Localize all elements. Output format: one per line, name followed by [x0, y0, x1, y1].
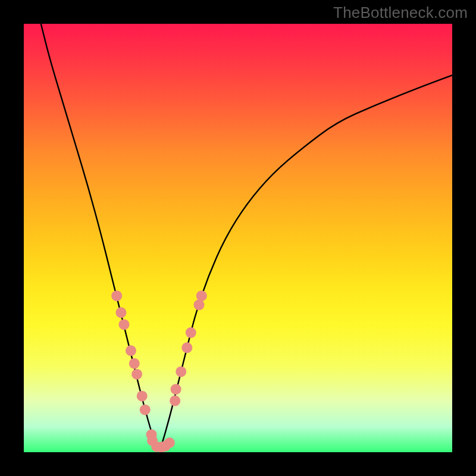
data-marker [115, 307, 126, 318]
data-marker [193, 299, 204, 310]
data-marker [181, 342, 192, 353]
data-marker [111, 290, 122, 301]
data-marker [170, 396, 180, 406]
data-marker [118, 319, 129, 330]
data-marker [164, 437, 175, 448]
plot-area [24, 24, 452, 452]
data-marker [137, 391, 148, 402]
bottleneck-curve [41, 24, 452, 450]
data-marker [129, 358, 140, 369]
data-marker [196, 290, 207, 301]
chart-frame: TheBottleneck.com [0, 0, 476, 476]
data-marker [126, 345, 136, 356]
chart-svg [24, 24, 452, 452]
data-marker [131, 369, 142, 380]
data-marker [171, 384, 181, 394]
data-marker [186, 327, 196, 338]
data-marker [176, 367, 186, 377]
marker-group [111, 290, 207, 452]
data-marker [140, 405, 151, 415]
watermark-text: TheBottleneck.com [333, 4, 468, 22]
